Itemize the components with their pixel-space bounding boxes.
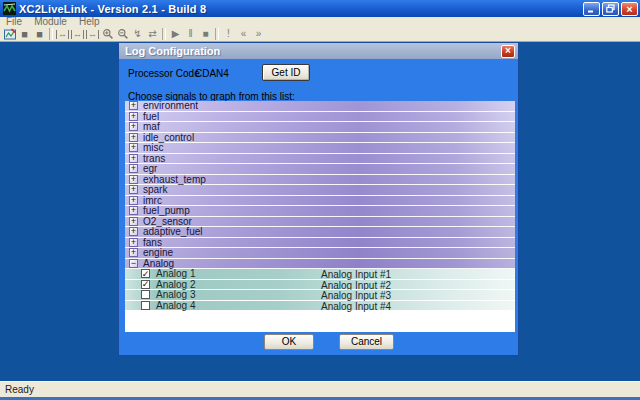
ok-button[interactable]: OK [264, 334, 314, 350]
group-label: trans [143, 154, 165, 163]
expand-toggle-icon[interactable]: + [129, 101, 138, 110]
expand-toggle-icon[interactable]: + [129, 227, 138, 236]
tree-group-row-fans[interactable]: +fans [125, 238, 515, 249]
dialog-title: Log Configuration [125, 45, 501, 57]
group-label: spark [143, 185, 167, 194]
status-bar: Ready [0, 381, 640, 397]
tree-group-row-egr[interactable]: +egr [125, 164, 515, 175]
zoom-in-icon[interactable] [100, 28, 115, 41]
dialog-titlebar: Log Configuration × [119, 43, 518, 59]
app-icon[interactable] [2, 28, 17, 41]
cancel-button[interactable]: Cancel [339, 334, 394, 350]
minimize-button[interactable] [583, 2, 600, 16]
window-titlebar: XC2LiveLink - Version 2.1 - Build 8 × [0, 0, 640, 17]
processor-code-label: Processor Code [128, 68, 200, 79]
tree-group-row-engine[interactable]: +engine [125, 248, 515, 259]
tree-group-row-fuel_pump[interactable]: +fuel_pump [125, 206, 515, 217]
signal-checkbox[interactable] [141, 290, 150, 299]
group-label: imrc [143, 196, 162, 205]
stop-icon[interactable]: ■ [198, 28, 213, 41]
group-label: misc [143, 143, 164, 152]
expand-toggle-icon[interactable]: + [129, 185, 138, 194]
group-label: egr [143, 164, 157, 173]
toolbar-separator [162, 28, 166, 40]
pause-icon[interactable]: ‖ [183, 28, 198, 41]
signal-list: +environment+fuel+maf+idle_control+misc+… [125, 101, 515, 332]
tree-group-row-idle_control[interactable]: +idle_control [125, 133, 515, 144]
signal-checkbox-checked[interactable]: ✓ [141, 269, 150, 278]
fit-width-icon-3[interactable]: ↔ [85, 28, 100, 41]
signal-label: Analog 2 [156, 280, 195, 289]
processor-code-value: CDAN4 [195, 68, 229, 79]
close-button[interactable]: × [621, 2, 638, 16]
trace-icon[interactable]: ↯ [130, 28, 145, 41]
fit-width-icon-2[interactable]: ↔ [70, 28, 85, 41]
expand-toggle-icon[interactable]: + [129, 154, 138, 163]
expand-toggle-icon[interactable]: + [129, 112, 138, 121]
get-id-button[interactable]: Get ID [262, 64, 310, 81]
group-label: maf [143, 122, 160, 131]
signal-row-analog-4[interactable]: Analog 4Analog Input #4 [125, 301, 515, 312]
signal-group-block: +environment+fuel+maf+idle_control+misc+… [125, 101, 515, 269]
expand-toggle-icon[interactable]: + [129, 217, 138, 226]
dialog-close-icon[interactable]: × [501, 45, 515, 58]
collapse-toggle-icon[interactable]: − [129, 259, 138, 268]
menu-bar: FileModuleHelp [0, 17, 640, 27]
tree-group-row-maf[interactable]: +maf [125, 122, 515, 133]
signal-row-analog-3[interactable]: Analog 3Analog Input #3 [125, 290, 515, 301]
expand-toggle-icon[interactable]: + [129, 196, 138, 205]
record-square-icon[interactable]: ■ [17, 28, 32, 41]
expand-toggle-icon[interactable]: + [129, 175, 138, 184]
expand-toggle-icon[interactable]: + [129, 238, 138, 247]
expand-toggle-icon[interactable]: + [129, 206, 138, 215]
signal-row-analog-1[interactable]: ✓Analog 1Analog Input #1 [125, 269, 515, 280]
menu-item-help[interactable]: Help [73, 17, 106, 27]
group-label: idle_control [143, 133, 194, 142]
tree-group-row-misc[interactable]: +misc [125, 143, 515, 154]
group-label: fuel_pump [143, 206, 190, 215]
alert-icon[interactable]: ! [221, 28, 236, 41]
tree-group-row-exhaust_temp[interactable]: +exhaust_temp [125, 175, 515, 186]
menu-item-module[interactable]: Module [28, 17, 73, 27]
tree-group-row-adaptive_fuel[interactable]: +adaptive_fuel [125, 227, 515, 238]
group-label: environment [143, 101, 198, 110]
expand-toggle-icon[interactable]: + [129, 248, 138, 257]
signal-label: Analog 3 [156, 290, 195, 299]
tree-group-row-spark[interactable]: +spark [125, 185, 515, 196]
fit-width-icon[interactable]: ↔ [55, 28, 70, 41]
signal-checkbox-checked[interactable]: ✓ [141, 280, 150, 289]
signal-label: Analog 1 [156, 269, 195, 278]
signal-description: Analog Input #4 [321, 302, 391, 311]
restore-button[interactable] [602, 2, 619, 16]
rewind-icon[interactable]: « [236, 28, 251, 41]
forward-icon[interactable]: » [251, 28, 266, 41]
window-title: XC2LiveLink - Version 2.1 - Build 8 [19, 3, 583, 15]
record-square-icon-2[interactable]: ■ [32, 28, 47, 41]
expand-toggle-icon[interactable]: + [129, 133, 138, 142]
signal-description: Analog Input #3 [321, 291, 391, 300]
tree-group-row-trans[interactable]: +trans [125, 154, 515, 165]
signal-description: Analog Input #1 [321, 270, 391, 279]
signal-description: Analog Input #2 [321, 281, 391, 290]
signal-label: Analog 4 [156, 301, 195, 310]
group-label: fuel [143, 112, 159, 121]
expand-toggle-icon[interactable]: + [129, 122, 138, 131]
zoom-out-icon[interactable] [115, 28, 130, 41]
group-label: fans [143, 238, 162, 247]
expand-toggle-icon[interactable]: + [129, 143, 138, 152]
toolbar: ■■↔↔↔ ↯⇄▶‖■!«» [0, 27, 640, 42]
app-logo-icon [3, 2, 16, 15]
tree-group-row-environment[interactable]: +environment [125, 101, 515, 112]
group-label: exhaust_temp [143, 175, 206, 184]
group-label: Analog [143, 259, 174, 268]
swap-icon[interactable]: ⇄ [145, 28, 160, 41]
signal-checkbox[interactable] [141, 301, 150, 310]
toolbar-separator [49, 28, 53, 40]
play-icon[interactable]: ▶ [168, 28, 183, 41]
tree-group-row-fuel[interactable]: +fuel [125, 112, 515, 123]
expand-toggle-icon[interactable]: + [129, 164, 138, 173]
group-label: O2_sensor [143, 217, 192, 226]
status-text: Ready [5, 384, 34, 395]
menu-item-file[interactable]: File [0, 17, 28, 27]
toolbar-separator [215, 28, 219, 40]
